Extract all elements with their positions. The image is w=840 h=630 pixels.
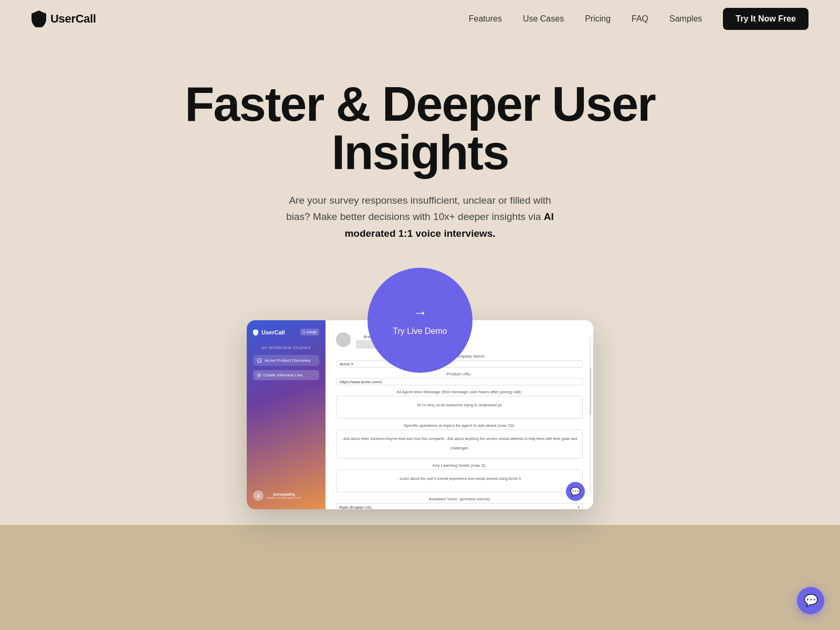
page-chat-bubble[interactable]: 💬 — [797, 587, 824, 614]
cta-circle-wrap: → Try Live Demo — [368, 268, 472, 373]
nav-link-pricing[interactable]: Pricing — [585, 14, 611, 24]
app-create-interview-button[interactable]: Create Interview Link — [253, 370, 319, 380]
app-avatar: J — [253, 490, 264, 501]
nav-link-features[interactable]: Features — [469, 14, 502, 24]
form-scrollbar-thumb — [590, 368, 591, 415]
app-study-checkbox-icon — [257, 359, 261, 363]
app-create-text: Create Interview Link — [263, 373, 302, 377]
hero-subtitle-plain: Are your survey responses insufficient, … — [286, 195, 551, 222]
app-useremail: joinsquadhq@gmail.com — [267, 496, 301, 499]
form-intro-value: Hi I'm Amy, an AI researcher trying to u… — [417, 403, 501, 407]
form-voice-label: Assistant Voice: (preview voices) — [336, 497, 583, 501]
hero-section: Faster & Deeper User Insights Are your s… — [0, 38, 840, 509]
form-voice-value: Ryan (English US) — [339, 505, 372, 510]
page-chat-icon: 💬 — [804, 594, 818, 607]
nav-links: Features Use Cases Pricing FAQ Samples T… — [469, 8, 808, 30]
form-goals-value: - Learn about the user's overall experie… — [397, 477, 521, 480]
app-shield-icon — [253, 329, 258, 335]
form-voice-chevron-icon: ▾ — [578, 505, 580, 510]
app-credit-badge: 1 credit — [300, 329, 319, 335]
hero-subtitle: Are your survey responses insufficient, … — [278, 192, 562, 242]
logo[interactable]: UserCall — [32, 10, 96, 27]
app-create-icon — [257, 373, 261, 377]
app-user-row: J joinsquadhq joinsquadhq@gmail.com — [253, 490, 301, 501]
nav-link-faq[interactable]: FAQ — [632, 14, 648, 24]
logo-text: UserCall — [50, 12, 96, 26]
app-section-label: MY INTERVIEW STUDIES — [253, 346, 319, 350]
app-logo-row: UserCall 1 credit — [253, 329, 319, 335]
form-brand-avatar — [336, 332, 351, 347]
app-logo-text: UserCall — [261, 329, 285, 335]
app-username: joinsquadhq — [267, 492, 301, 496]
form-product-name-value: Acme X — [340, 362, 353, 366]
svg-rect-0 — [258, 359, 261, 362]
hero-title: Faster & Deeper User Insights — [184, 80, 656, 176]
nav-link-use-cases[interactable]: Use Cases — [523, 14, 564, 24]
bottom-section — [0, 525, 840, 630]
try-live-demo-button[interactable]: → Try Live Demo — [368, 268, 472, 373]
form-intro-label: AI Agent Intro Message (first message us… — [336, 390, 583, 394]
logo-shield-icon — [32, 10, 46, 27]
form-questions-textarea[interactable]: - Ask about other solutions they've trie… — [336, 429, 583, 459]
app-left-panel: UserCall 1 credit MY INTERVIEW STUDIES A… — [247, 320, 326, 509]
form-scrollbar[interactable] — [590, 336, 591, 494]
app-chat-bubble[interactable]: 💬 — [566, 482, 585, 501]
nav-cta-button[interactable]: Try It Now Free — [723, 8, 808, 30]
form-questions-value: - Ask about other solutions they've trie… — [341, 437, 577, 450]
form-questions-label: Specific questions or topics for agent t… — [336, 423, 583, 428]
navbar: UserCall Features Use Cases Pricing FAQ … — [0, 0, 840, 38]
form-voice-select[interactable]: Ryan (English US) ▾ — [336, 503, 583, 509]
arrow-icon: → — [413, 304, 427, 321]
form-goals-label: Key Learning Goals (max 3): — [336, 463, 583, 468]
app-chat-icon: 💬 — [570, 487, 581, 497]
form-url-input[interactable]: https://www.acme.com/x — [336, 378, 583, 385]
form-goals-textarea[interactable]: - Learn about the user's overall experie… — [336, 469, 583, 492]
form-url-value: https://www.acme.com/x — [340, 380, 382, 384]
app-study-name: Acme Product Discovery — [265, 358, 311, 363]
nav-link-samples[interactable]: Samples — [669, 14, 702, 24]
cta-circle-label: Try Live Demo — [393, 327, 447, 336]
app-user-info: joinsquadhq joinsquadhq@gmail.com — [267, 492, 301, 499]
app-study-item[interactable]: Acme Product Discovery — [253, 355, 319, 366]
form-intro-textarea[interactable]: Hi I'm Amy, an AI researcher trying to u… — [336, 396, 583, 419]
